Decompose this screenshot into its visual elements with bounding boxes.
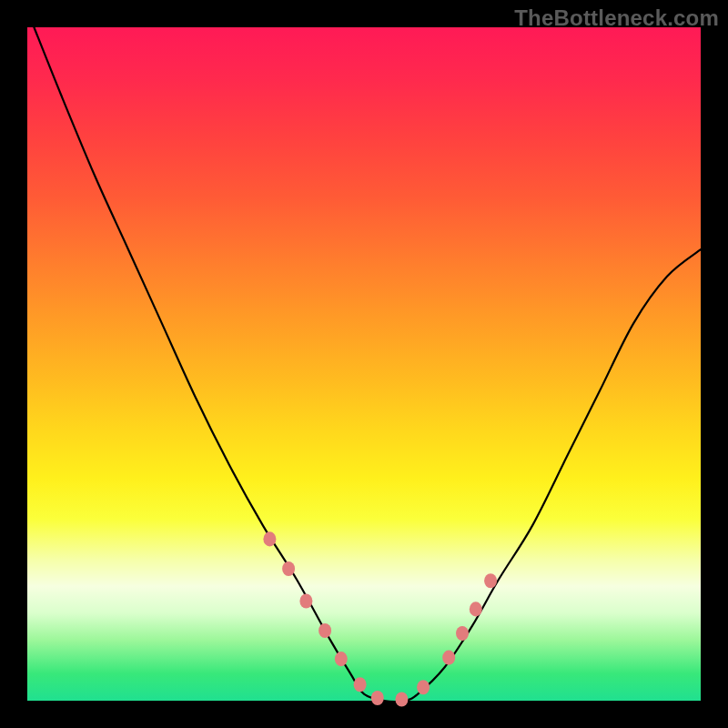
highlight-marker: [395, 692, 408, 706]
highlight-marker: [417, 680, 430, 694]
highlight-marker: [282, 561, 295, 576]
curve-layer: [27, 27, 701, 701]
highlight-marker: [354, 677, 367, 692]
highlight-marker: [456, 626, 469, 641]
bottleneck-curve: [34, 27, 701, 702]
highlight-marker: [442, 651, 455, 665]
chart-stage: TheBottleneck.com: [0, 0, 728, 728]
highlight-marker: [484, 573, 497, 588]
watermark-text: TheBottleneck.com: [514, 5, 719, 31]
highlight-marker: [470, 602, 482, 616]
marker-group: [263, 531, 497, 706]
highlight-marker: [299, 593, 312, 608]
highlight-marker: [335, 652, 348, 666]
highlight-marker: [318, 623, 331, 638]
highlight-marker: [371, 691, 384, 705]
highlight-marker: [263, 531, 276, 546]
